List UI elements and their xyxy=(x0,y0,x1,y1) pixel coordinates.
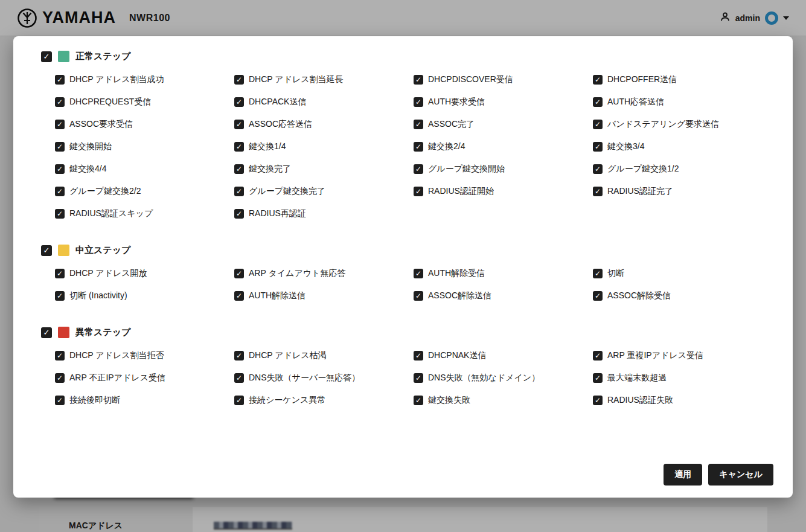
step-checkbox-item[interactable]: ✓AUTH解除受信 xyxy=(414,267,593,280)
checkbox-checked-icon[interactable]: ✓ xyxy=(593,120,603,129)
step-checkbox-item[interactable]: ✓AUTH要求受信 xyxy=(414,95,593,109)
step-checkbox-item[interactable]: ✓DHCP アドレス割当延長 xyxy=(234,73,414,86)
step-checkbox-label: 鍵交換2/4 xyxy=(428,141,465,152)
step-checkbox-item[interactable]: ✓ASSOC解除送信 xyxy=(414,289,593,303)
step-checkbox-item[interactable]: ✓RADIUS再認証 xyxy=(234,207,414,220)
step-checkbox-item[interactable]: ✓DHCP アドレス割当成功 xyxy=(55,73,234,86)
step-checkbox-item[interactable]: ✓DNS失敗（無効なドメイン） xyxy=(414,371,593,385)
checkbox-checked-icon[interactable]: ✓ xyxy=(55,97,65,107)
checkbox-checked-icon[interactable]: ✓ xyxy=(234,97,244,107)
step-checkbox-item[interactable]: ✓切断 (Inactivity) xyxy=(55,289,234,303)
checkbox-checked-icon[interactable]: ✓ xyxy=(55,164,65,174)
step-checkbox-item[interactable]: ✓鍵交換完了 xyxy=(234,162,414,176)
step-checkbox-item[interactable]: ✓グループ鍵交換1/2 xyxy=(593,162,772,176)
checkbox-checked-icon[interactable]: ✓ xyxy=(55,373,65,383)
step-checkbox-item[interactable]: ✓切断 xyxy=(593,267,772,280)
checkbox-checked-icon[interactable]: ✓ xyxy=(414,351,423,361)
step-checkbox-item[interactable]: ✓鍵交換開始 xyxy=(55,140,234,153)
step-checkbox-item[interactable]: ✓最大端末数超過 xyxy=(593,371,772,385)
step-checkbox-item[interactable]: ✓RADIUS認証開始 xyxy=(414,185,593,198)
step-checkbox-item[interactable]: ✓接続後即切断 xyxy=(55,394,234,407)
checkbox-checked-icon[interactable]: ✓ xyxy=(234,187,244,196)
checkbox-checked-icon[interactable]: ✓ xyxy=(593,142,603,152)
checkbox-checked-icon[interactable]: ✓ xyxy=(593,373,603,383)
checkbox-checked-icon[interactable]: ✓ xyxy=(234,373,244,383)
checkbox-checked-icon[interactable]: ✓ xyxy=(234,142,244,152)
step-checkbox-item[interactable]: ✓DHCPDISCOVER受信 xyxy=(414,73,593,86)
checkbox-checked-icon[interactable]: ✓ xyxy=(234,396,244,405)
step-checkbox-item[interactable]: ✓鍵交換2/4 xyxy=(414,140,593,153)
step-checkbox-item[interactable]: ✓グループ鍵交換2/2 xyxy=(55,185,234,198)
step-checkbox-item[interactable]: ✓鍵交換失敗 xyxy=(414,394,593,407)
step-checkbox-item[interactable]: ✓DHCPREQUEST受信 xyxy=(55,95,234,109)
section-checkbox-checked-icon[interactable]: ✓ xyxy=(41,51,52,62)
checkbox-checked-icon[interactable]: ✓ xyxy=(593,269,603,278)
checkbox-checked-icon[interactable]: ✓ xyxy=(593,75,603,85)
step-checkbox-item[interactable]: ✓DHCP アドレス枯渇 xyxy=(234,349,414,362)
checkbox-checked-icon[interactable]: ✓ xyxy=(593,97,603,107)
step-checkbox-item[interactable]: ✓DHCPACK送信 xyxy=(234,95,414,109)
checkbox-checked-icon[interactable]: ✓ xyxy=(55,351,65,361)
step-checkbox-item[interactable]: ✓グループ鍵交換完了 xyxy=(234,185,414,198)
checkbox-checked-icon[interactable]: ✓ xyxy=(414,120,423,129)
step-checkbox-item[interactable]: ✓DHCPNAK送信 xyxy=(414,349,593,362)
checkbox-checked-icon[interactable]: ✓ xyxy=(593,396,603,405)
checkbox-checked-icon[interactable]: ✓ xyxy=(55,120,65,129)
step-checkbox-item[interactable]: ✓ARP 不正IPアドレス受信 xyxy=(55,371,234,385)
checkbox-checked-icon[interactable]: ✓ xyxy=(414,142,423,152)
checkbox-checked-icon[interactable]: ✓ xyxy=(414,164,423,174)
step-checkbox-item[interactable]: ✓AUTH応答送信 xyxy=(593,95,772,109)
checkbox-checked-icon[interactable]: ✓ xyxy=(593,351,603,361)
checkbox-checked-icon[interactable]: ✓ xyxy=(234,75,244,85)
step-checkbox-item[interactable]: ✓バンドステアリング要求送信 xyxy=(593,118,772,131)
cancel-button[interactable]: キャンセル xyxy=(708,464,773,486)
checkbox-checked-icon[interactable]: ✓ xyxy=(593,164,603,174)
step-checkbox-item[interactable]: ✓鍵交換3/4 xyxy=(593,140,772,153)
section-checkbox-checked-icon[interactable]: ✓ xyxy=(41,327,52,338)
checkbox-checked-icon[interactable]: ✓ xyxy=(55,75,65,85)
checkbox-checked-icon[interactable]: ✓ xyxy=(414,75,423,85)
section-checkbox-checked-icon[interactable]: ✓ xyxy=(41,245,52,256)
checkbox-checked-icon[interactable]: ✓ xyxy=(234,209,244,219)
checkbox-checked-icon[interactable]: ✓ xyxy=(234,291,244,301)
step-checkbox-item[interactable]: ✓鍵交換1/4 xyxy=(234,140,414,153)
checkbox-checked-icon[interactable]: ✓ xyxy=(234,269,244,278)
checkbox-checked-icon[interactable]: ✓ xyxy=(234,164,244,174)
step-checkbox-item[interactable]: ✓ARP 重複IPアドレス受信 xyxy=(593,349,772,362)
step-checkbox-item[interactable]: ✓DNS失敗（サーバー無応答） xyxy=(234,371,414,385)
step-checkbox-item[interactable]: ✓AUTH解除送信 xyxy=(234,289,414,303)
checkbox-checked-icon[interactable]: ✓ xyxy=(234,351,244,361)
checkbox-checked-icon[interactable]: ✓ xyxy=(414,396,423,405)
checkbox-checked-icon[interactable]: ✓ xyxy=(55,209,65,219)
checkbox-checked-icon[interactable]: ✓ xyxy=(593,187,603,196)
step-checkbox-item[interactable]: ✓接続シーケンス異常 xyxy=(234,394,414,407)
checkbox-checked-icon[interactable]: ✓ xyxy=(55,291,65,301)
checkbox-checked-icon[interactable]: ✓ xyxy=(414,291,423,301)
step-checkbox-item[interactable]: ✓ASSOC応答送信 xyxy=(234,118,414,131)
step-checkbox-item[interactable]: ✓鍵交換4/4 xyxy=(55,162,234,176)
checkbox-checked-icon[interactable]: ✓ xyxy=(55,142,65,152)
step-checkbox-item[interactable]: ✓ARP タイムアウト無応答 xyxy=(234,267,414,280)
checkbox-checked-icon[interactable]: ✓ xyxy=(414,187,423,196)
checkbox-checked-icon[interactable]: ✓ xyxy=(414,269,423,278)
step-checkbox-item[interactable]: ✓RADIUS認証失敗 xyxy=(593,394,772,407)
step-checkbox-label: RADIUS再認証 xyxy=(249,208,306,219)
checkbox-checked-icon[interactable]: ✓ xyxy=(55,269,65,278)
step-checkbox-item[interactable]: ✓グループ鍵交換開始 xyxy=(414,162,593,176)
checkbox-checked-icon[interactable]: ✓ xyxy=(55,187,65,196)
checkbox-checked-icon[interactable]: ✓ xyxy=(234,120,244,129)
step-checkbox-item[interactable]: ✓RADIUS認証完了 xyxy=(593,185,772,198)
step-checkbox-item[interactable]: ✓DHCP アドレス開放 xyxy=(55,267,234,280)
apply-button[interactable]: 適用 xyxy=(664,464,702,486)
step-checkbox-item[interactable]: ✓ASSOC解除受信 xyxy=(593,289,772,303)
checkbox-checked-icon[interactable]: ✓ xyxy=(414,373,423,383)
step-checkbox-label: 接続シーケンス異常 xyxy=(249,395,325,406)
checkbox-checked-icon[interactable]: ✓ xyxy=(414,97,423,107)
step-checkbox-item[interactable]: ✓DHCPOFFER送信 xyxy=(593,73,772,86)
step-checkbox-item[interactable]: ✓ASSOC要求受信 xyxy=(55,118,234,131)
step-checkbox-item[interactable]: ✓RADIUS認証スキップ xyxy=(55,207,234,220)
step-checkbox-item[interactable]: ✓DHCP アドレス割当拒否 xyxy=(55,349,234,362)
step-checkbox-item[interactable]: ✓ASSOC完了 xyxy=(414,118,593,131)
checkbox-checked-icon[interactable]: ✓ xyxy=(593,291,603,301)
checkbox-checked-icon[interactable]: ✓ xyxy=(55,396,65,405)
